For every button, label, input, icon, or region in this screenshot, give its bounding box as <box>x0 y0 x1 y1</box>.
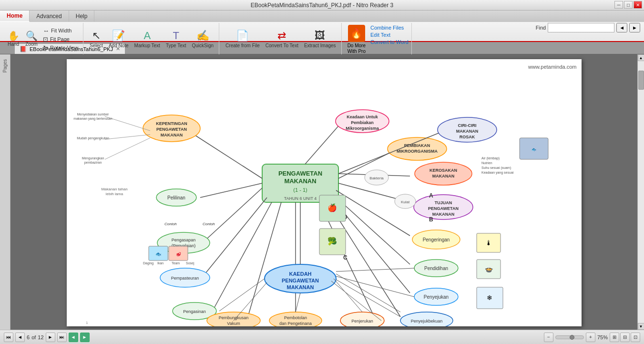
svg-text:(1 - 1): (1 - 1) <box>293 187 307 193</box>
add-note-button[interactable]: 📝 Add Note <box>106 25 131 53</box>
svg-text:KEPENTINGAN: KEPENTINGAN <box>156 121 187 126</box>
main-area: Pages www.petaminda.com PENGAWETAN MAKAN… <box>0 54 644 330</box>
svg-text:KAEDAH: KAEDAH <box>289 271 311 277</box>
zoom-label: Zoom <box>25 42 38 47</box>
svg-text:Pelilinan: Pelilinan <box>167 195 185 200</box>
tab-advanced[interactable]: Advanced <box>30 10 69 22</box>
hand-icon: ✋ <box>8 31 20 41</box>
svg-text:Mengurangkan: Mengurangkan <box>82 156 104 160</box>
zoom-slider[interactable] <box>555 335 584 339</box>
svg-text:Makanan tahan: Makanan tahan <box>101 187 127 191</box>
hand-button[interactable]: ✋ Hand <box>5 25 22 53</box>
zoom-out-button[interactable]: − <box>544 333 553 342</box>
tab-home[interactable]: Home <box>0 10 30 22</box>
prev-page-button[interactable]: ◄ <box>15 333 25 342</box>
first-page-button[interactable]: ⏮ <box>4 333 13 342</box>
svg-text:Daging: Daging <box>143 261 153 265</box>
zoom-mode-buttons: ⊞ ⊟ ⊡ <box>610 333 640 342</box>
svg-text:lebih lama: lebih lama <box>105 192 123 196</box>
svg-text:Contoh: Contoh <box>203 222 215 226</box>
svg-text:PENGAWETAN: PENGAWETAN <box>278 170 322 177</box>
svg-text:🥩: 🥩 <box>175 251 181 257</box>
type-text-button[interactable]: T Type Text <box>164 25 189 53</box>
convert-word-link[interactable]: Convert to Word <box>370 39 409 45</box>
do-more-button[interactable]: 🔥 Do MoreWith Pro <box>346 24 368 55</box>
svg-text:Nutrien: Nutrien <box>481 161 492 165</box>
select-label: Select <box>90 43 103 49</box>
scroll-down-arrow[interactable]: ▼ <box>638 323 644 330</box>
pages-tab[interactable]: Pages <box>1 56 9 75</box>
zoom-button[interactable]: 🔍 Zoom <box>23 25 40 53</box>
zoom-mode-3[interactable]: ⊡ <box>631 333 640 342</box>
zoom-mode-2[interactable]: ⊟ <box>620 333 630 342</box>
ribbon: Home Advanced Help Find ◄ ► ✋ Hand 🔍 Z <box>0 10 644 42</box>
svg-text:C: C <box>343 254 348 261</box>
fit-page-button[interactable]: ⊡ Fit Page <box>41 35 80 43</box>
svg-text:Keadaan Untuk: Keadaan Untuk <box>347 115 378 119</box>
svg-text:1: 1 <box>86 321 88 325</box>
create-from-file-button[interactable]: 📄 Create from File <box>223 25 262 53</box>
markup-text-button[interactable]: A Markup Text <box>132 25 163 53</box>
find-next-button[interactable]: ► <box>629 23 640 32</box>
svg-text:🌡: 🌡 <box>485 239 492 247</box>
svg-text:CIRI-CIRI: CIRI-CIRI <box>458 123 476 128</box>
extract-images-button[interactable]: 🖼 Extract Images <box>302 25 338 53</box>
scroll-thumb[interactable] <box>638 71 644 90</box>
create-icon: 📄 <box>236 30 249 42</box>
convert-to-text-button[interactable]: ⇄ Convert To Text <box>263 25 301 53</box>
title-bar: EBookPetaMindaSainsTahun6_PKJ.pdf - Nitr… <box>0 0 644 10</box>
svg-text:Pengeringan: Pengeringan <box>422 237 450 242</box>
ribbon-tab-bar: Home Advanced Help Find ◄ ► <box>0 10 644 22</box>
svg-text:pembaziran: pembaziran <box>84 161 102 165</box>
svg-text:TAHUN 6 UNIT 4: TAHUN 6 UNIT 4 <box>284 196 317 201</box>
find-input[interactable] <box>548 23 614 32</box>
next-page-button[interactable]: ► <box>46 333 55 342</box>
svg-text:Team: Team <box>172 261 180 265</box>
zoom-mode-1[interactable]: ⊞ <box>610 333 619 342</box>
convert-label: Convert To Text <box>266 43 298 49</box>
svg-text:Bakteria: Bakteria <box>369 176 384 180</box>
svg-text:MAKANAN: MAKANAN <box>432 212 454 217</box>
zoom-in-button[interactable]: + <box>586 333 595 342</box>
fit-width-button[interactable]: ↔ Fit Width <box>41 27 80 35</box>
nav-right-button[interactable]: ► <box>80 333 90 342</box>
svg-text:Mudah pengangkutan: Mudah pengangkutan <box>77 136 109 140</box>
find-area: Find ◄ ► <box>536 23 640 32</box>
svg-text:Vakum: Vakum <box>227 321 240 326</box>
zoom-controls: − + 75% ⊞ ⊟ ⊡ <box>544 333 640 342</box>
view-row: ✋ Hand 🔍 Zoom ↔ Fit Width ⊡ Fit Pa <box>5 25 80 53</box>
minimize-button[interactable]: ─ <box>614 1 623 9</box>
close-button[interactable]: ✕ <box>634 1 642 9</box>
zoom-value: 75% <box>597 334 608 340</box>
last-page-button[interactable]: ⏭ <box>57 333 67 342</box>
pdf-page: www.petaminda.com PENGAWETAN MAKANAN (1 … <box>67 59 582 326</box>
svg-text:Suhu sesuai (suam): Suhu sesuai (suam) <box>481 166 511 170</box>
svg-text:MAKANAN: MAKANAN <box>432 174 454 178</box>
select-icon: ↖ <box>92 30 101 42</box>
quicksign-button[interactable]: ✍ QuickSign <box>190 25 216 53</box>
do-more-label: Do MoreWith Pro <box>348 43 366 54</box>
add-note-label: Add Note <box>109 43 129 49</box>
rotate-view-button[interactable]: ↻ Rotate View <box>41 44 80 52</box>
maximize-button[interactable]: □ <box>624 1 633 9</box>
svg-text:PENGAWETAN: PENGAWETAN <box>156 127 187 132</box>
svg-text:Pempasteuran: Pempasteuran <box>171 276 199 281</box>
fit-page-label: Fit Page <box>50 36 70 42</box>
combine-files-link[interactable]: Combine Files <box>370 25 409 31</box>
svg-text:A: A <box>429 192 433 199</box>
find-prev-button[interactable]: ◄ <box>616 23 627 32</box>
tab-help[interactable]: Help <box>69 10 95 22</box>
svg-text:🍲: 🍲 <box>484 265 493 273</box>
nav-left-button[interactable]: ◄ <box>69 333 78 342</box>
svg-text:Penyejukan: Penyejukan <box>423 294 448 300</box>
svg-text:Pendidihan: Pendidihan <box>424 266 448 271</box>
svg-text:PENGAWETAN: PENGAWETAN <box>281 278 318 283</box>
svg-text:Mikroorganisma: Mikroorganisma <box>346 126 379 131</box>
edit-text-link[interactable]: Edit Text <box>370 32 409 38</box>
extract-icon: 🖼 <box>315 30 325 42</box>
svg-text:Menyediakan sumber: Menyediakan sumber <box>77 113 109 116</box>
select-button[interactable]: ↖ Select <box>87 25 105 53</box>
rotate-label: Rotate View <box>50 45 78 51</box>
scroll-track[interactable] <box>638 61 644 323</box>
markup-icon: A <box>143 30 151 42</box>
